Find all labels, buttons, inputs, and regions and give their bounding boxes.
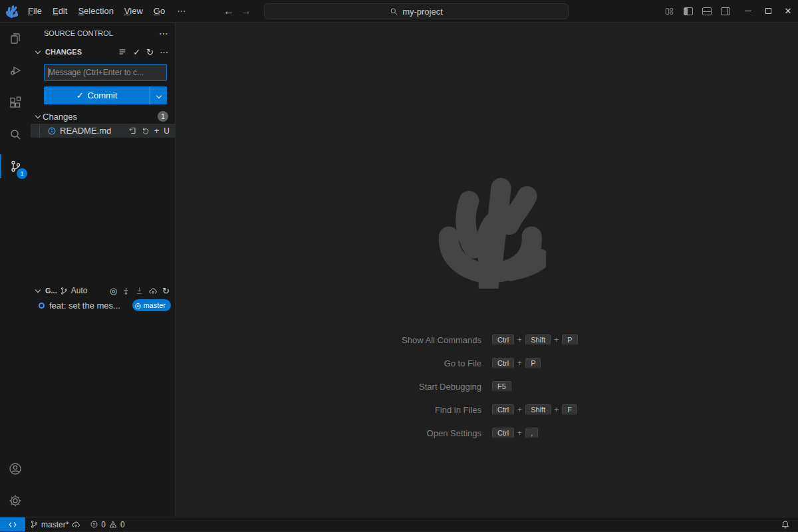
shortcut-label: Go to File [176,358,481,368]
publish-cloud-icon [71,520,80,529]
chevron-down-icon [35,113,41,118]
toggle-secondary-sidebar-icon[interactable] [721,7,730,15]
chevron-down-icon [35,287,41,293]
view-as-list-icon[interactable] [118,47,127,57]
menu-overflow-icon[interactable]: ⋯ [170,6,192,16]
source-control-sidebar: SOURCE CONTROL ⋯ CHANGES ✓ ↻ ⋯ [31,23,176,517]
notifications-bell[interactable] [773,520,798,529]
error-count: 0 [101,520,106,529]
discard-changes-icon[interactable] [141,126,150,135]
activity-search[interactable] [0,118,31,150]
key-chip: Ctrl [492,358,514,368]
graph-pane-header[interactable]: G... Auto ◎ [31,283,175,298]
minimize-button[interactable] [738,0,758,23]
back-icon[interactable]: ← [223,5,234,17]
activity-run-debug[interactable] [0,55,31,86]
key-chip: P [562,334,577,345]
graph-ref-picker[interactable]: Auto [71,286,88,295]
editor-area: Show All Commands Ctrl+ Shift+ P Go to F… [176,23,798,517]
run-debug-icon [7,63,23,78]
shortcut-row: Show All Commands Ctrl+ Shift+ P [176,332,798,347]
command-center-search[interactable]: my-project [264,3,569,19]
activity-settings[interactable] [0,485,31,517]
branch-ref-badge: ◎ master [132,299,171,311]
customize-layout-icon[interactable] [664,7,674,16]
indent-guide [39,124,40,138]
check-icon: ✓ [76,91,84,100]
graph-commit-row[interactable]: feat: set the mes... ◎ master [31,298,175,313]
commit-dropdown-button[interactable] [150,86,167,104]
more-actions-icon[interactable]: ⋯ [160,48,168,57]
sidebar-more-icon[interactable]: ⋯ [159,29,168,38]
toggle-primary-sidebar-icon[interactable] [684,7,693,15]
title-bar: File Edit Selection View Go ⋯ ← → my-pro… [0,0,798,23]
activity-source-control[interactable]: 1 [0,150,31,182]
info-icon [47,126,57,136]
menu-edit[interactable]: Edit [47,0,72,23]
key-chip: Shift [525,404,551,415]
toggle-panel-icon[interactable] [702,7,712,15]
git-branch-icon [30,520,39,529]
menu-go[interactable]: Go [148,0,170,23]
branch-status-item[interactable]: master* [25,517,85,531]
refresh-icon[interactable]: ↻ [146,48,154,57]
activity-explorer[interactable] [0,23,31,55]
git-branch-icon [60,287,68,295]
shortcut-label: Open Settings [176,428,481,438]
graph-pane: G... Auto ◎ [31,283,175,517]
key-chip: P [525,358,541,368]
shortcut-row: Find in Files Ctrl+ Shift+ F [176,402,798,417]
fetch-icon[interactable] [122,287,130,295]
stage-changes-icon[interactable]: + [154,126,160,135]
minimize-icon [745,11,751,11]
remote-indicator[interactable] [0,517,25,531]
app-logo-icon [0,5,23,18]
warning-icon [108,520,118,529]
pull-icon[interactable] [135,287,144,295]
file-name: README.md [60,126,111,136]
open-file-icon[interactable] [128,126,136,135]
close-button[interactable]: ✕ [778,0,798,23]
search-icon [390,7,398,16]
commit-message-field[interactable] [44,64,167,81]
commit-message: feat: set the mes... [49,301,120,311]
menu-bar: File Edit Selection View Go ⋯ [23,0,192,22]
changes-group-row[interactable]: Changes 1 [31,109,175,124]
menu-file[interactable]: File [23,0,47,23]
chevron-down-icon [35,49,41,54]
changes-pane-label: CHANGES [45,48,82,56]
refresh-icon[interactable]: ↻ [162,287,170,295]
activity-extensions[interactable] [0,86,31,118]
cloud-push-icon[interactable] [148,287,158,295]
search-value: my-project [402,7,443,17]
status-bar: master* 0 0 [0,517,798,531]
activity-accounts[interactable] [0,453,31,485]
bell-icon [781,520,790,529]
branch-name: master* [41,520,68,529]
target-icon[interactable]: ◎ [110,287,117,295]
shortcut-row: Start Debugging F5 [176,379,798,394]
menu-view[interactable]: View [119,0,148,23]
account-icon [7,461,23,477]
warning-count: 0 [120,520,125,529]
commit-check-icon[interactable]: ✓ [133,48,140,57]
changes-group-label: Changes [43,112,77,122]
shortcut-label: Find in Files [176,405,481,415]
untracked-status: U [164,126,170,136]
menu-selection[interactable]: Selection [72,0,118,23]
main-area: 1 SOURCE CONTROL ⋯ CHANGES [0,23,798,517]
commit-message-input[interactable] [44,64,167,81]
target-icon: ◎ [135,302,142,309]
scm-badge: 1 [17,168,27,179]
key-chip: Ctrl [492,428,514,438]
file-row-readme[interactable]: README.md + U [31,124,175,138]
commit-button[interactable]: ✓ Commit [44,86,167,104]
shortcut-label: Start Debugging [176,382,481,392]
changes-pane-header[interactable]: CHANGES ✓ ↻ ⋯ [31,44,175,60]
watermark-logo-icon [428,170,546,289]
forward-icon: → [241,5,251,17]
problems-status-item[interactable]: 0 0 [85,517,129,531]
maximize-button[interactable] [758,0,778,23]
text-caret [49,68,49,77]
commit-node-icon [39,303,45,309]
